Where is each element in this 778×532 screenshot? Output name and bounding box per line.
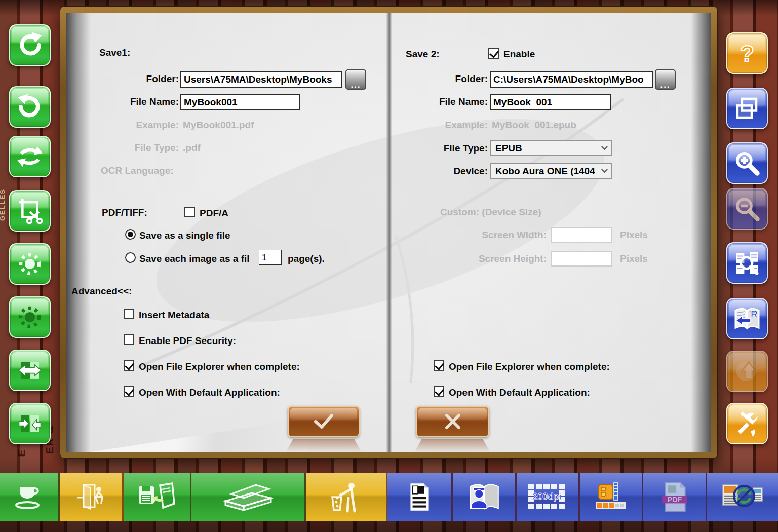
swap-pages-button[interactable] [9, 350, 51, 391]
crop-scissors-button[interactable] [9, 190, 51, 232]
export-pdf-button[interactable]: PDF [643, 473, 707, 521]
merge-pages-button[interactable] [9, 403, 51, 444]
scan-button[interactable] [191, 473, 306, 521]
upload-icon [733, 358, 761, 385]
screen-width-label: Screen Width: [391, 230, 547, 241]
chevron-down-icon [601, 166, 608, 173]
svg-text:200dpi: 200dpi [532, 491, 561, 502]
custom-device-size-label: Custom: (Device Size) [440, 207, 541, 218]
pdf-security-checkbox[interactable] [124, 334, 134, 345]
device-label: Device: [407, 166, 488, 177]
pdfa-label: PDF/A [200, 208, 228, 219]
reader-view-button[interactable] [453, 473, 517, 521]
cancel-button[interactable] [416, 406, 489, 437]
sync-rotate-button[interactable] [9, 136, 51, 177]
insert-metadata-label: Insert Metadata [139, 310, 209, 321]
file-name-input-2[interactable]: MyBook_001 [490, 94, 611, 110]
confirm-button[interactable] [288, 406, 360, 437]
pixels-label-2: Pixels [620, 253, 648, 264]
pdfa-checkbox[interactable] [184, 207, 195, 217]
save1-section-label: Save1: [99, 47, 130, 58]
delete-page-button[interactable] [306, 473, 387, 521]
reading-direction-button[interactable]: R [726, 298, 768, 339]
pixels-label-1: Pixels [620, 230, 648, 241]
screen-height-input[interactable] [551, 251, 612, 267]
folder-label-2: Folder: [407, 73, 488, 85]
screen-height-label: Screen Height: [391, 253, 547, 264]
merge-pages-icon [16, 410, 44, 437]
file-name-input[interactable]: MyBook001 [180, 94, 300, 110]
zoom-out-icon [733, 195, 761, 222]
example-label-2: Example: [407, 120, 488, 131]
book-spine-text: GELLES [0, 188, 6, 221]
rotate-counterclockwise-button[interactable] [9, 86, 51, 128]
pages-count-input[interactable]: 1 [259, 250, 282, 265]
rotate-clockwise-button[interactable] [9, 24, 51, 66]
save-single-file-radio[interactable] [125, 229, 136, 240]
save-each-image-radio[interactable] [125, 252, 136, 263]
help-button[interactable]: ? [726, 32, 768, 74]
folder-input[interactable]: Users\A75MA\Desktop\MyBooks [180, 71, 342, 88]
reading-direction-icon: R [733, 305, 761, 333]
open-explorer-checkbox-right[interactable] [434, 360, 444, 371]
save-output-button[interactable] [124, 473, 191, 521]
upload-button[interactable] [726, 351, 768, 392]
zip-archive-icon [592, 481, 630, 513]
dialog-pages: Save1: Folder: Users\A75MA\Desktop\MyBoo… [66, 13, 711, 452]
scanner-icon [220, 481, 276, 513]
open-default-app-checkbox-left[interactable] [124, 386, 134, 397]
file-type-label-2: File Type: [407, 143, 488, 154]
compress-zip-button[interactable] [580, 473, 643, 521]
help-icon: ? [733, 40, 761, 67]
search-pages-button[interactable] [726, 242, 768, 284]
save-book-icon [137, 482, 177, 512]
zoom-in-button[interactable] [726, 142, 768, 184]
image-converter-icon [721, 481, 764, 513]
example-value: MyBook001.pdf [183, 120, 254, 131]
advanced-toggle[interactable]: Advanced<<: [71, 286, 132, 297]
cancel-button-reflection [414, 439, 490, 452]
file-name-label: File Name: [98, 96, 179, 107]
tools-settings-icon [733, 409, 761, 438]
page-document-icon [405, 481, 434, 513]
copy-pages-button[interactable] [726, 88, 768, 129]
save-single-file-label: Save as a single file [139, 230, 230, 241]
folder-browse-button[interactable]: ... [345, 69, 366, 90]
open-explorer-label-left: Open File Explorer when complete: [139, 361, 300, 372]
screen-width-input[interactable] [551, 227, 612, 243]
open-default-app-checkbox-right[interactable] [434, 386, 444, 397]
ocr-language-label: OCR Language: [101, 165, 174, 176]
device-dropdown[interactable]: Kobo Aura ONE (1404 [490, 163, 612, 179]
single-page-view-button[interactable] [387, 473, 453, 521]
pdf-security-label: Enable PDF Security: [139, 335, 236, 347]
pdf-tiff-label: PDF/TIFF: [102, 207, 147, 218]
folder-input-2[interactable]: C:\Users\A75MA\Desktop\MyBoo [490, 71, 653, 88]
sync-rotate-icon [16, 143, 44, 170]
brightness-decrease-button[interactable] [9, 296, 51, 338]
brightness-increase-icon [16, 250, 44, 278]
save2-enable-label: Enable [503, 49, 535, 60]
open-explorer-checkbox-left[interactable] [124, 360, 134, 371]
confirm-button-reflection [286, 439, 362, 452]
brightness-increase-button[interactable] [9, 243, 51, 285]
dpi-setting-button[interactable]: 200dpi [517, 473, 580, 521]
example-label: Example: [98, 120, 179, 131]
save2-enable-checkbox[interactable] [488, 48, 499, 59]
checkmark-icon [313, 413, 335, 430]
insert-metadata-checkbox[interactable] [124, 309, 134, 319]
file-type-dropdown[interactable]: EPUB [490, 140, 612, 156]
page-right-shadow [691, 13, 711, 452]
chevron-down-icon [601, 143, 608, 150]
exit-button[interactable] [60, 473, 124, 521]
page-fold [91, 419, 308, 452]
tools-settings-button[interactable] [726, 403, 768, 444]
folder-browse-button-2[interactable]: ... [655, 69, 676, 90]
coffee-break-button[interactable] [0, 473, 60, 521]
trash-icon [326, 481, 366, 513]
reader-icon [466, 481, 502, 513]
pages-suffix-label: page(s). [288, 253, 325, 264]
bottom-toolbar: 200dpi PDF [0, 473, 778, 521]
zoom-out-button[interactable] [726, 188, 768, 230]
convert-images-button[interactable] [707, 473, 778, 521]
save-each-image-label: Save each image as a fil [139, 253, 250, 264]
